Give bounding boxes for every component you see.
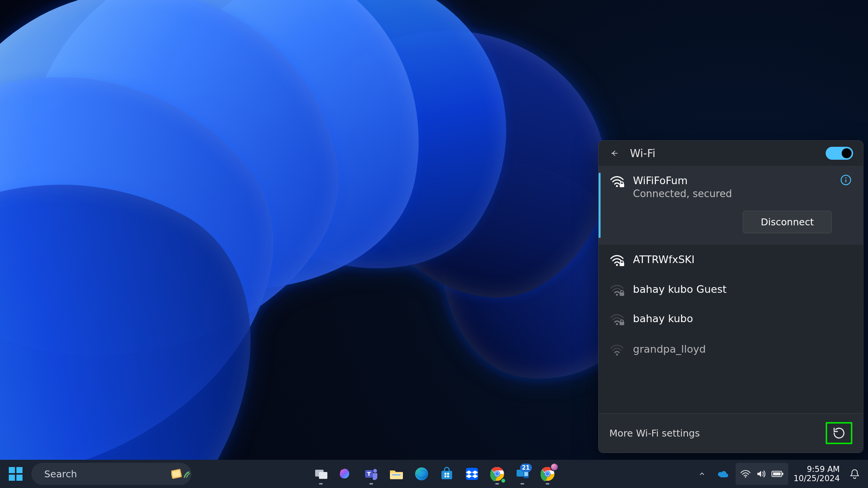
tray-overflow-button[interactable] [694, 463, 710, 485]
bell-icon [850, 469, 860, 479]
wallpaper-bloom [0, 0, 527, 423]
svg-point-7 [616, 294, 618, 295]
taskbar-app-teams[interactable]: T [360, 463, 382, 485]
wifi-toggle[interactable] [826, 147, 853, 160]
svg-rect-14 [9, 475, 15, 481]
wifi-network-item[interactable]: WiFiFoFum Connected, secured Disconnect [599, 166, 863, 245]
wifi-network-item[interactable]: bahay kubo Guest [599, 274, 863, 304]
taskbar-app-file-explorer[interactable] [385, 463, 407, 485]
svg-point-9 [616, 323, 618, 325]
tray-onedrive-button[interactable] [713, 463, 733, 485]
wifi-network-name: bahay kubo Guest [633, 283, 852, 296]
wifi-network-name: grandpa_lloyd [633, 343, 852, 356]
edge-icon [414, 466, 430, 482]
svg-point-4 [845, 177, 847, 178]
onedrive-icon [717, 470, 729, 478]
taskbar-app-task-view[interactable] [310, 463, 332, 485]
svg-rect-33 [466, 468, 478, 480]
svg-rect-31 [444, 475, 446, 477]
back-button[interactable] [607, 146, 622, 161]
svg-rect-30 [447, 473, 449, 475]
wifi-network-item[interactable]: grandpa_lloyd [599, 334, 863, 356]
svg-point-48 [546, 472, 549, 476]
wifi-icon [740, 470, 751, 478]
network-properties-button[interactable] [840, 174, 852, 187]
taskbar-system-tray: 9:59 AM 10/25/2024 [694, 463, 868, 485]
wifi-flyout: Wi-Fi WiFiFoFum Connected, secured Disco… [598, 140, 863, 453]
taskbar-app-chrome-profile[interactable] [536, 463, 559, 485]
svg-point-5 [616, 264, 618, 266]
taskbar-app-phone-link[interactable]: 21 [511, 463, 533, 485]
back-arrow-icon [609, 148, 619, 158]
svg-rect-13 [16, 467, 23, 473]
taskbar-app-copilot[interactable] [335, 463, 357, 485]
taskbar: T 21 [0, 460, 868, 488]
svg-rect-8 [620, 292, 624, 296]
refresh-icon [833, 427, 845, 440]
wifi-network-item[interactable]: ATTRWfxSKI [599, 245, 863, 274]
taskbar-date: 10/25/2024 [794, 474, 840, 483]
svg-rect-25 [390, 473, 403, 479]
wifi-network-item[interactable]: bahay kubo [599, 304, 863, 334]
taskbar-search-input[interactable] [44, 469, 165, 480]
svg-rect-32 [447, 475, 449, 477]
taskbar-app-edge[interactable] [411, 463, 433, 485]
svg-rect-29 [444, 473, 446, 475]
notifications-button[interactable] [845, 463, 864, 485]
wifi-flyout-title: Wi-Fi [630, 147, 817, 160]
svg-point-24 [373, 469, 377, 473]
svg-rect-28 [441, 471, 452, 479]
refresh-networks-button[interactable] [826, 422, 852, 444]
speaker-icon [756, 469, 766, 478]
svg-point-0 [616, 185, 618, 187]
svg-rect-26 [392, 474, 401, 475]
disconnect-button[interactable]: Disconnect [743, 211, 832, 233]
more-wifi-settings-link[interactable]: More Wi-Fi settings [609, 428, 700, 439]
taskbar-time: 9:59 AM [794, 465, 840, 474]
ms-store-icon [439, 466, 454, 482]
wifi-flyout-header: Wi-Fi [599, 141, 863, 166]
teams-icon: T [364, 466, 379, 482]
wifi-secured-weak-icon [609, 313, 625, 325]
wifi-network-list[interactable]: WiFiFoFum Connected, secured Disconnect [599, 166, 863, 413]
wifi-network-name: WiFiFoFum [633, 174, 832, 187]
wifi-network-name: bahay kubo [633, 312, 852, 325]
wifi-secured-icon [609, 175, 625, 187]
svg-rect-15 [16, 475, 23, 481]
wifi-network-status: Connected, secured [633, 188, 832, 199]
svg-rect-6 [620, 263, 624, 266]
task-view-icon [314, 467, 328, 481]
taskbar-app-ms-store[interactable] [436, 463, 458, 485]
svg-rect-1 [620, 184, 624, 187]
svg-rect-12 [9, 467, 15, 473]
windows-logo-icon [8, 466, 23, 482]
search-highlights-icon[interactable] [171, 467, 193, 480]
taskbar-app-chrome[interactable] [486, 463, 508, 485]
dropbox-icon [464, 466, 480, 482]
wifi-flyout-footer: More Wi-Fi settings [599, 413, 863, 453]
wifi-secured-weak-icon [609, 284, 625, 296]
taskbar-search[interactable] [31, 463, 192, 485]
wifi-open-weak-icon [609, 344, 625, 356]
svg-rect-10 [620, 322, 624, 325]
taskbar-pinned-apps: T 21 [310, 463, 559, 485]
svg-text:T: T [367, 471, 371, 477]
phone-link-badge: 21 [520, 464, 532, 472]
svg-point-49 [745, 476, 746, 478]
svg-point-11 [616, 353, 618, 355]
start-button[interactable] [5, 463, 27, 485]
battery-icon [771, 470, 784, 478]
svg-rect-51 [773, 472, 781, 475]
taskbar-app-dropbox[interactable] [461, 463, 483, 485]
svg-point-41 [495, 472, 499, 476]
svg-rect-52 [782, 473, 783, 475]
copilot-icon [338, 466, 354, 482]
info-icon [840, 174, 852, 186]
wifi-network-name: ATTRWfxSKI [633, 253, 852, 266]
tray-network-sound-battery[interactable] [736, 463, 788, 485]
svg-rect-21 [319, 472, 327, 479]
taskbar-clock[interactable]: 9:59 AM 10/25/2024 [791, 465, 843, 483]
wifi-secured-icon [609, 254, 625, 266]
chevron-up-icon [698, 470, 706, 478]
file-explorer-icon [388, 466, 404, 482]
